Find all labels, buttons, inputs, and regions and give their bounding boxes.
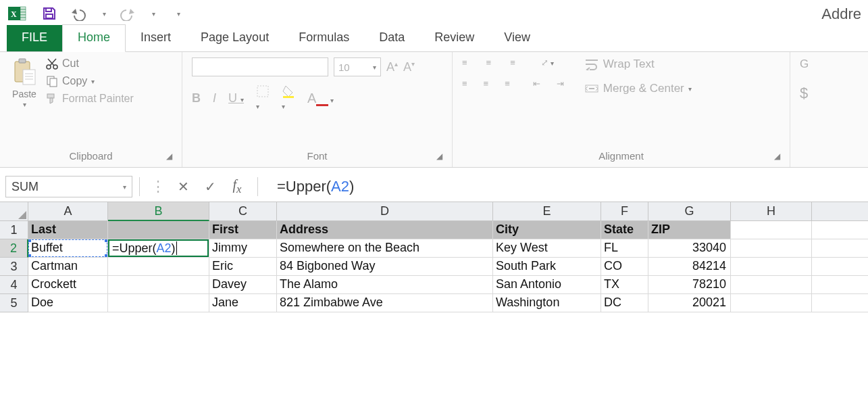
align-middle-icon[interactable]: ≡ xyxy=(486,57,492,68)
cell-D4[interactable]: The Alamo xyxy=(277,276,493,294)
decrease-indent-icon[interactable]: ⇤ xyxy=(533,78,540,89)
col-header-extra[interactable] xyxy=(812,202,868,221)
cell-H3[interactable] xyxy=(731,258,812,276)
cell-I3[interactable] xyxy=(812,258,868,276)
font-name-select[interactable] xyxy=(192,57,328,76)
cell-A5[interactable]: Doe xyxy=(28,294,108,312)
cut-button[interactable]: Cut xyxy=(46,57,134,70)
spreadsheet-grid[interactable]: A B C D E F G H 1 Last First Address Cit… xyxy=(0,202,868,312)
paste-dropdown-icon[interactable]: ▾ xyxy=(23,101,26,108)
cell-D2[interactable]: Somewhere on the Beach xyxy=(277,239,493,258)
col-header-H[interactable]: H xyxy=(731,202,812,221)
copy-button[interactable]: Copy ▾ xyxy=(46,75,134,87)
tab-page-layout[interactable]: Page Layout xyxy=(186,25,284,51)
cell-A4[interactable]: Crockett xyxy=(28,276,108,294)
col-header-D[interactable]: D xyxy=(277,202,493,221)
underline-button[interactable]: U ▾ xyxy=(228,91,244,105)
row-header-1[interactable]: 1 xyxy=(0,221,28,239)
cell-D3[interactable]: 84 Bigboned Way xyxy=(277,258,493,276)
col-header-F[interactable]: F xyxy=(601,202,648,221)
undo-icon[interactable] xyxy=(70,6,89,21)
cell-H5[interactable] xyxy=(731,294,812,312)
name-box-dropdown-icon[interactable]: ▾ xyxy=(123,183,126,191)
cell-I1[interactable] xyxy=(812,221,868,239)
cell-I2[interactable] xyxy=(812,239,868,258)
cell-I4[interactable] xyxy=(812,276,868,294)
cell-E4[interactable]: San Antonio xyxy=(493,276,601,294)
format-painter-button[interactable]: Format Painter xyxy=(46,93,134,105)
merge-dropdown-icon[interactable]: ▾ xyxy=(688,85,692,93)
save-icon[interactable] xyxy=(42,6,57,21)
cell-B4[interactable] xyxy=(108,276,209,294)
cell-C3[interactable]: Eric xyxy=(209,258,277,276)
cell-H1[interactable] xyxy=(731,221,812,239)
cell-G5[interactable]: 20021 xyxy=(648,294,731,312)
cell-C4[interactable]: Davey xyxy=(209,276,277,294)
select-all-button[interactable] xyxy=(0,202,28,221)
cell-A3[interactable]: Cartman xyxy=(28,258,108,276)
cell-C5[interactable]: Jane xyxy=(209,294,277,312)
cell-B3[interactable] xyxy=(108,258,209,276)
col-header-E[interactable]: E xyxy=(493,202,601,221)
cell-G4[interactable]: 78210 xyxy=(648,276,731,294)
cell-G3[interactable]: 84214 xyxy=(648,258,731,276)
cell-F2[interactable]: FL xyxy=(601,239,648,258)
tab-file[interactable]: FILE xyxy=(7,25,62,51)
cell-D1[interactable]: Address xyxy=(277,221,493,239)
font-dialog-launcher-icon[interactable]: ◢ xyxy=(436,151,442,161)
enter-formula-button[interactable]: ✓ xyxy=(197,179,224,195)
col-header-B[interactable]: B xyxy=(108,202,209,221)
col-header-A[interactable]: A xyxy=(28,202,108,221)
cell-I5[interactable] xyxy=(812,294,868,312)
paste-button[interactable]: Paste ▾ xyxy=(9,57,39,150)
tab-review[interactable]: Review xyxy=(419,25,489,51)
cell-F5[interactable]: DC xyxy=(601,294,648,312)
align-left-icon[interactable]: ≡ xyxy=(462,78,467,89)
borders-button[interactable]: ▾ xyxy=(256,85,270,112)
cell-H2[interactable] xyxy=(731,239,812,258)
font-size-select[interactable]: 10▾ xyxy=(334,57,381,76)
customize-qat-icon[interactable]: ▾ xyxy=(177,10,180,18)
cell-F1[interactable]: State xyxy=(601,221,648,239)
cell-B5[interactable] xyxy=(108,294,209,312)
cell-C2[interactable]: Jimmy xyxy=(209,239,277,258)
insert-function-button[interactable]: fx xyxy=(224,177,251,196)
cell-A1[interactable]: Last xyxy=(28,221,108,239)
fill-color-button[interactable]: ▾ xyxy=(282,85,295,112)
tab-view[interactable]: View xyxy=(489,25,545,51)
alignment-dialog-launcher-icon[interactable]: ◢ xyxy=(774,151,780,161)
align-top-icon[interactable]: ≡ xyxy=(462,57,467,68)
increase-indent-icon[interactable]: ⇥ xyxy=(557,78,564,89)
decrease-font-icon[interactable]: A▾ xyxy=(403,60,415,74)
undo-dropdown-icon[interactable]: ▾ xyxy=(103,10,106,18)
cell-G1[interactable]: ZIP xyxy=(648,221,731,239)
formula-input[interactable]: =Upper(A2) xyxy=(265,178,863,195)
row-header-3[interactable]: 3 xyxy=(0,258,28,276)
redo-icon[interactable] xyxy=(120,6,138,21)
cell-E1[interactable]: City xyxy=(493,221,601,239)
tab-data[interactable]: Data xyxy=(364,25,419,51)
row-header-5[interactable]: 5 xyxy=(0,294,28,312)
orientation-icon[interactable]: ⤢ ▾ xyxy=(541,57,554,68)
align-bottom-icon[interactable]: ≡ xyxy=(510,57,515,68)
tab-insert[interactable]: Insert xyxy=(126,25,186,51)
cell-B2-editing[interactable]: =Upper(A2) xyxy=(108,239,209,258)
cell-F3[interactable]: CO xyxy=(601,258,648,276)
italic-button[interactable]: I xyxy=(213,91,216,105)
tab-home[interactable]: Home xyxy=(62,24,126,52)
cell-A2[interactable]: Buffet xyxy=(28,239,108,258)
align-center-icon[interactable]: ≡ xyxy=(484,78,489,89)
cell-D5[interactable]: 821 Zimbabwe Ave xyxy=(277,294,493,312)
cell-H4[interactable] xyxy=(731,276,812,294)
copy-dropdown-icon[interactable]: ▾ xyxy=(91,78,95,85)
redo-dropdown-icon[interactable]: ▾ xyxy=(152,10,155,18)
cell-E5[interactable]: Washington xyxy=(493,294,601,312)
increase-font-icon[interactable]: A▴ xyxy=(386,60,398,74)
cell-E2[interactable]: Key West xyxy=(493,239,601,258)
name-box[interactable]: SUM ▾ xyxy=(5,176,132,197)
col-header-G[interactable]: G xyxy=(648,202,731,221)
font-color-button[interactable]: A ▾ xyxy=(307,91,334,106)
cancel-formula-button[interactable]: ✕ xyxy=(170,179,197,195)
bold-button[interactable]: B xyxy=(192,91,201,105)
wrap-text-button[interactable]: Wrap Text xyxy=(584,57,692,71)
